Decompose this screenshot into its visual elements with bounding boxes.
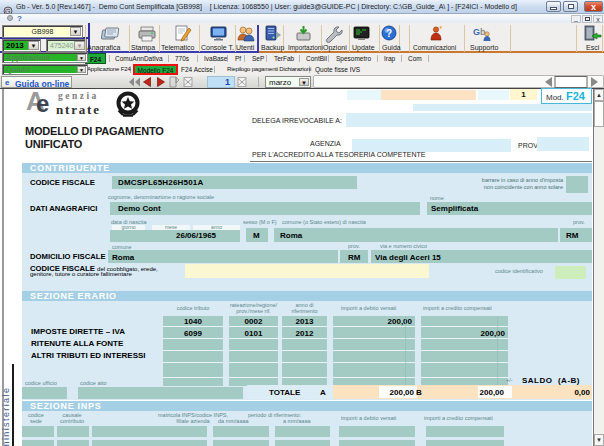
svg-text:G: G [473,27,480,37]
svg-text:?: ? [386,28,392,39]
